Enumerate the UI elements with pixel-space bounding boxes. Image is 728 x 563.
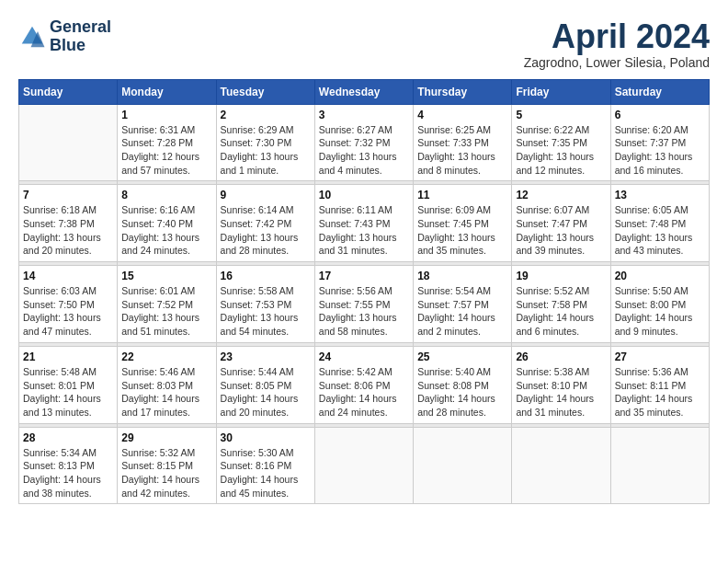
calendar-cell: 23Sunrise: 5:44 AM Sunset: 8:05 PM Dayli… bbox=[216, 346, 314, 423]
calendar-cell: 20Sunrise: 5:50 AM Sunset: 8:00 PM Dayli… bbox=[610, 266, 709, 343]
day-info: Sunrise: 5:34 AM Sunset: 8:13 PM Dayligh… bbox=[23, 446, 113, 500]
day-number: 16 bbox=[221, 270, 311, 282]
day-number: 1 bbox=[121, 109, 211, 121]
calendar-cell: 7Sunrise: 6:18 AM Sunset: 7:38 PM Daylig… bbox=[19, 185, 118, 262]
day-info: Sunrise: 6:18 AM Sunset: 7:38 PM Dayligh… bbox=[23, 203, 113, 258]
day-number: 20 bbox=[615, 270, 705, 282]
day-info: Sunrise: 5:56 AM Sunset: 7:55 PM Dayligh… bbox=[319, 284, 409, 339]
day-info: Sunrise: 5:42 AM Sunset: 8:06 PM Dayligh… bbox=[319, 365, 409, 419]
calendar-cell bbox=[414, 427, 512, 504]
header-thursday: Thursday bbox=[414, 79, 512, 104]
day-number: 17 bbox=[319, 270, 409, 282]
day-info: Sunrise: 5:32 AM Sunset: 8:15 PM Dayligh… bbox=[121, 446, 211, 500]
day-number: 26 bbox=[516, 350, 606, 363]
day-info: Sunrise: 5:54 AM Sunset: 7:57 PM Dayligh… bbox=[417, 284, 507, 339]
calendar-table: Sunday Monday Tuesday Wednesday Thursday… bbox=[18, 79, 710, 505]
day-info: Sunrise: 5:40 AM Sunset: 8:08 PM Dayligh… bbox=[417, 365, 507, 419]
header-monday: Monday bbox=[118, 79, 216, 104]
page-header: General Blue April 2024 Zagrodno, Lower … bbox=[18, 18, 710, 70]
day-info: Sunrise: 6:20 AM Sunset: 7:37 PM Dayligh… bbox=[615, 123, 705, 178]
calendar-cell: 29Sunrise: 5:32 AM Sunset: 8:15 PM Dayli… bbox=[118, 427, 216, 504]
calendar-cell: 3Sunrise: 6:27 AM Sunset: 7:32 PM Daylig… bbox=[314, 104, 413, 181]
day-number: 6 bbox=[615, 109, 705, 121]
calendar-cell: 27Sunrise: 5:36 AM Sunset: 8:11 PM Dayli… bbox=[610, 346, 709, 423]
header-wednesday: Wednesday bbox=[314, 79, 413, 104]
calendar-cell: 6Sunrise: 6:20 AM Sunset: 7:37 PM Daylig… bbox=[610, 104, 709, 181]
day-number: 4 bbox=[417, 109, 507, 121]
header-tuesday: Tuesday bbox=[216, 79, 314, 104]
logo: General Blue bbox=[18, 18, 111, 55]
calendar-cell: 10Sunrise: 6:11 AM Sunset: 7:43 PM Dayli… bbox=[314, 185, 413, 262]
calendar-week-3: 14Sunrise: 6:03 AM Sunset: 7:50 PM Dayli… bbox=[19, 266, 710, 343]
header-saturday: Saturday bbox=[610, 79, 709, 104]
calendar-cell: 1Sunrise: 6:31 AM Sunset: 7:28 PM Daylig… bbox=[118, 104, 216, 181]
calendar-week-5: 28Sunrise: 5:34 AM Sunset: 8:13 PM Dayli… bbox=[19, 427, 710, 504]
day-info: Sunrise: 5:48 AM Sunset: 8:01 PM Dayligh… bbox=[23, 365, 113, 419]
calendar-cell bbox=[610, 427, 709, 504]
day-info: Sunrise: 6:27 AM Sunset: 7:32 PM Dayligh… bbox=[319, 123, 409, 178]
calendar-cell: 5Sunrise: 6:22 AM Sunset: 7:35 PM Daylig… bbox=[512, 104, 610, 181]
logo-line2: Blue bbox=[50, 37, 111, 55]
day-info: Sunrise: 6:22 AM Sunset: 7:35 PM Dayligh… bbox=[516, 123, 606, 178]
day-info: Sunrise: 6:25 AM Sunset: 7:33 PM Dayligh… bbox=[417, 123, 507, 178]
day-info: Sunrise: 6:16 AM Sunset: 7:40 PM Dayligh… bbox=[121, 203, 211, 258]
calendar-cell: 26Sunrise: 5:38 AM Sunset: 8:10 PM Dayli… bbox=[512, 346, 610, 423]
logo-text: General Blue bbox=[50, 18, 111, 55]
calendar-cell: 28Sunrise: 5:34 AM Sunset: 8:13 PM Dayli… bbox=[19, 427, 118, 504]
day-number: 28 bbox=[23, 431, 113, 444]
day-info: Sunrise: 6:01 AM Sunset: 7:52 PM Dayligh… bbox=[121, 284, 211, 339]
day-info: Sunrise: 5:50 AM Sunset: 8:00 PM Dayligh… bbox=[615, 284, 705, 339]
day-number: 18 bbox=[417, 270, 507, 282]
calendar-cell: 30Sunrise: 5:30 AM Sunset: 8:16 PM Dayli… bbox=[216, 427, 314, 504]
title-area: April 2024 Zagrodno, Lower Silesia, Pola… bbox=[524, 18, 710, 70]
day-number: 8 bbox=[121, 189, 211, 201]
day-number: 23 bbox=[221, 350, 311, 363]
day-number: 9 bbox=[221, 189, 311, 201]
day-number: 10 bbox=[319, 189, 409, 201]
day-number: 13 bbox=[615, 189, 705, 201]
day-number: 22 bbox=[121, 350, 211, 363]
day-number: 21 bbox=[23, 350, 113, 363]
calendar-cell: 22Sunrise: 5:46 AM Sunset: 8:03 PM Dayli… bbox=[118, 346, 216, 423]
location: Zagrodno, Lower Silesia, Poland bbox=[524, 55, 710, 70]
day-info: Sunrise: 6:05 AM Sunset: 7:48 PM Dayligh… bbox=[615, 203, 705, 258]
day-number: 3 bbox=[319, 109, 409, 121]
calendar-cell: 2Sunrise: 6:29 AM Sunset: 7:30 PM Daylig… bbox=[216, 104, 314, 181]
day-number: 29 bbox=[121, 431, 211, 444]
day-info: Sunrise: 5:44 AM Sunset: 8:05 PM Dayligh… bbox=[221, 365, 311, 419]
day-number: 7 bbox=[23, 189, 113, 201]
day-number: 30 bbox=[221, 431, 311, 444]
calendar-cell: 11Sunrise: 6:09 AM Sunset: 7:45 PM Dayli… bbox=[414, 185, 512, 262]
day-number: 14 bbox=[23, 270, 113, 282]
calendar-week-2: 7Sunrise: 6:18 AM Sunset: 7:38 PM Daylig… bbox=[19, 185, 710, 262]
calendar-cell bbox=[314, 427, 413, 504]
day-number: 19 bbox=[516, 270, 606, 282]
calendar-cell: 19Sunrise: 5:52 AM Sunset: 7:58 PM Dayli… bbox=[512, 266, 610, 343]
calendar-header-row: Sunday Monday Tuesday Wednesday Thursday… bbox=[19, 79, 710, 104]
day-number: 2 bbox=[221, 109, 311, 121]
month-title: April 2024 bbox=[524, 18, 710, 55]
calendar-cell: 18Sunrise: 5:54 AM Sunset: 7:57 PM Dayli… bbox=[414, 266, 512, 343]
calendar-cell: 25Sunrise: 5:40 AM Sunset: 8:08 PM Dayli… bbox=[414, 346, 512, 423]
day-info: Sunrise: 5:52 AM Sunset: 7:58 PM Dayligh… bbox=[516, 284, 606, 339]
day-number: 5 bbox=[516, 109, 606, 121]
calendar-cell: 14Sunrise: 6:03 AM Sunset: 7:50 PM Dayli… bbox=[19, 266, 118, 343]
logo-icon bbox=[18, 23, 46, 51]
calendar-cell bbox=[19, 104, 118, 181]
calendar-cell: 9Sunrise: 6:14 AM Sunset: 7:42 PM Daylig… bbox=[216, 185, 314, 262]
day-info: Sunrise: 6:09 AM Sunset: 7:45 PM Dayligh… bbox=[417, 203, 507, 258]
calendar-cell: 12Sunrise: 6:07 AM Sunset: 7:47 PM Dayli… bbox=[512, 185, 610, 262]
calendar-cell: 8Sunrise: 6:16 AM Sunset: 7:40 PM Daylig… bbox=[118, 185, 216, 262]
day-info: Sunrise: 6:03 AM Sunset: 7:50 PM Dayligh… bbox=[23, 284, 113, 339]
day-info: Sunrise: 5:46 AM Sunset: 8:03 PM Dayligh… bbox=[121, 365, 211, 419]
day-number: 24 bbox=[319, 350, 409, 363]
calendar-cell: 17Sunrise: 5:56 AM Sunset: 7:55 PM Dayli… bbox=[314, 266, 413, 343]
calendar-week-1: 1Sunrise: 6:31 AM Sunset: 7:28 PM Daylig… bbox=[19, 104, 710, 181]
day-number: 27 bbox=[615, 350, 705, 363]
day-info: Sunrise: 5:58 AM Sunset: 7:53 PM Dayligh… bbox=[221, 284, 311, 339]
header-friday: Friday bbox=[512, 79, 610, 104]
calendar-cell bbox=[512, 427, 610, 504]
day-info: Sunrise: 6:29 AM Sunset: 7:30 PM Dayligh… bbox=[221, 123, 311, 178]
day-info: Sunrise: 5:36 AM Sunset: 8:11 PM Dayligh… bbox=[615, 365, 705, 419]
day-number: 15 bbox=[121, 270, 211, 282]
